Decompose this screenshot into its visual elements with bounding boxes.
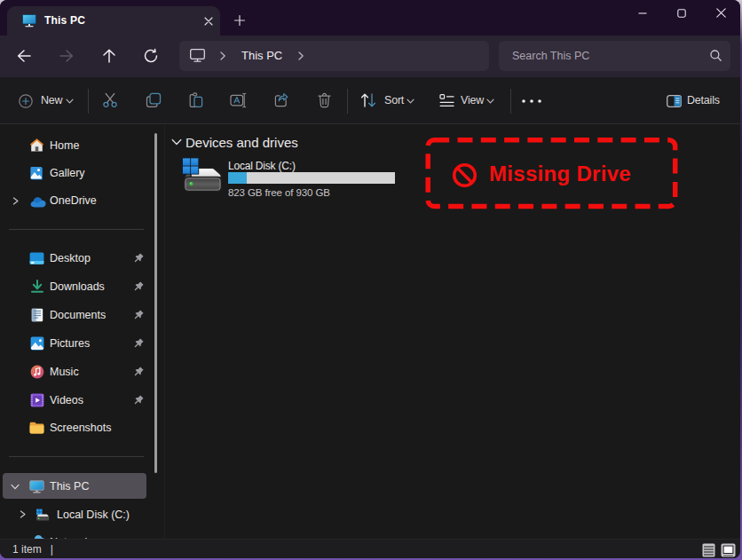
svg-text:Missing Drive: Missing Drive [489, 162, 631, 185]
